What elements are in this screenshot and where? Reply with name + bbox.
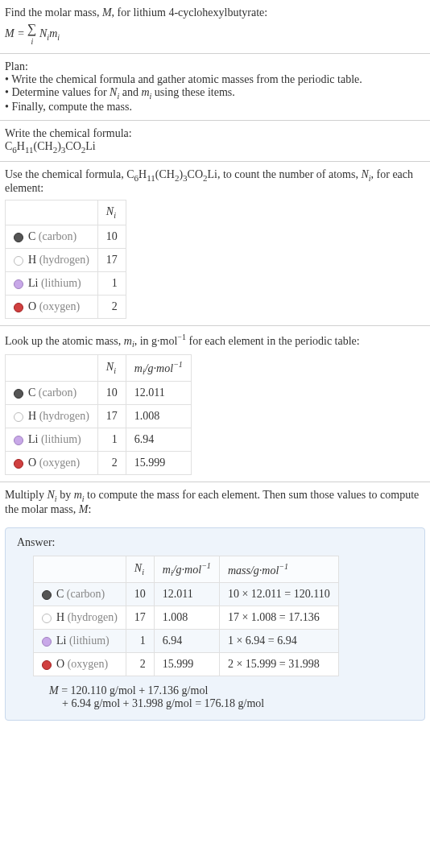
elem-name: (carbon): [39, 230, 76, 242]
elem-count: 1: [97, 272, 126, 296]
lookup-pre-m: m: [124, 335, 132, 347]
count-formula: C6H11(CH2)3CO2Li: [126, 168, 217, 180]
hdr-empty: [34, 556, 126, 582]
plan-section: Plan: • Write the chemical formula and g…: [0, 54, 430, 121]
plan-b2-and: and: [119, 86, 141, 98]
count-text: Use the chemical formula, C6H11(CH2)3CO2…: [5, 168, 425, 196]
elem-sym: Li: [28, 277, 38, 289]
mult-mm: M: [79, 503, 89, 515]
elem-mass: 6.94: [154, 630, 219, 653]
elem-name: (carbon): [67, 588, 105, 600]
elem-cell: Li (lithium): [6, 272, 98, 296]
intro-text: Find the molar mass,: [5, 6, 102, 19]
elem-name: (hydrogen): [68, 611, 118, 623]
table-header-row: Ni mi/g·mol−1: [6, 354, 192, 381]
hdr-empty: [6, 354, 98, 381]
elem-count: 10: [126, 583, 154, 606]
element-dot-icon: [42, 660, 52, 670]
answer-title: Answer:: [17, 536, 413, 549]
elem-mass: 12.011: [126, 382, 191, 405]
elem-count: 2: [97, 452, 126, 475]
count-post-a: , to count the number of atoms,: [217, 168, 361, 180]
final-calc-line-1: M = 120.110 g/mol + 17.136 g/mol: [49, 684, 413, 697]
plan-bullet-1: • Write the chemical formula and gather …: [5, 73, 425, 86]
chemical-formula: C6H11(CH2)3CO2Li: [5, 140, 425, 155]
hdr-n-sub: i: [114, 366, 116, 375]
elem-name: (lithium): [41, 277, 81, 289]
elem-cell: O (oxygen): [6, 296, 98, 319]
table-row: H (hydrogen) 17 1.008: [6, 405, 192, 428]
plan-bullet-3: • Finally, compute the mass.: [5, 101, 425, 114]
elem-count: 1: [126, 630, 154, 653]
sigma-icon: ∑: [27, 22, 36, 35]
elem-sym: Li: [28, 433, 38, 445]
multiply-text: Multiply Ni by mi to compute the mass fo…: [5, 489, 425, 516]
cf-s2: 11: [25, 145, 34, 155]
elem-count: 1: [97, 428, 126, 452]
hdr-n-sub: i: [114, 211, 116, 220]
hdr-m-var: m: [134, 362, 143, 374]
hdr-ni: Ni: [126, 556, 154, 582]
table-row: O (oxygen) 2 15.999: [6, 452, 192, 475]
table-row: C (carbon) 10: [6, 225, 126, 249]
table-row: O (oxygen) 2 15.999 2 × 15.999 = 31.998: [34, 653, 339, 676]
element-dot-icon: [14, 436, 23, 445]
elem-count: 2: [126, 653, 154, 676]
ccf-c6: Li: [208, 168, 217, 180]
elem-mass: 6.94: [126, 428, 191, 452]
elem-count: 10: [97, 225, 126, 249]
hdr-ni: Ni: [97, 200, 126, 225]
cf-c1: C: [5, 140, 12, 152]
elem-cell: H (hydrogen): [34, 606, 126, 630]
hdr-mass: mass/g·mol−1: [219, 556, 338, 582]
elem-sym: C: [56, 588, 64, 600]
elem-count: 17: [97, 249, 126, 272]
elem-name: (hydrogen): [39, 254, 89, 266]
elem-name: (hydrogen): [39, 410, 89, 422]
molar-mass-formula: M = ∑i Nimi: [5, 23, 425, 47]
write-formula-title: Write the chemical formula:: [5, 127, 425, 140]
table-header-row: Ni mi/g·mol−1 mass/g·mol−1: [34, 556, 339, 582]
elem-sym: Li: [56, 634, 66, 647]
elem-cell: H (hydrogen): [6, 249, 98, 272]
elem-mass: 1.008: [154, 606, 219, 630]
ccf-c1: C: [126, 168, 134, 180]
hdr-n-var: N: [134, 562, 142, 574]
cf-c2: H: [17, 140, 25, 152]
table-row: Li (lithium) 1 6.94: [6, 428, 192, 452]
table-row: Li (lithium) 1 6.94 1 × 6.94 = 6.94: [34, 630, 339, 653]
count-pre: Use the chemical formula,: [5, 168, 126, 180]
elem-count: 17: [126, 606, 154, 630]
elem-sym: C: [28, 386, 35, 399]
cf-c3: (CH: [34, 140, 53, 152]
cf-c5: CO: [65, 140, 81, 152]
hdr-empty: [6, 200, 98, 225]
lookup-pre-exp: −1: [177, 333, 186, 341]
elem-cell: C (carbon): [34, 583, 126, 606]
elem-cell: O (oxygen): [34, 653, 126, 676]
table-row: H (hydrogen) 17: [6, 249, 126, 272]
lookup-table: Ni mi/g·mol−1 C (carbon) 10 12.011 H (hy…: [5, 354, 192, 475]
elem-sym: O: [28, 457, 36, 469]
mult-a: Multiply: [5, 489, 48, 501]
element-dot-icon: [14, 279, 23, 289]
elem-count: 17: [97, 405, 126, 428]
lookup-pre-a: Look up the atomic mass,: [5, 335, 124, 347]
plan-b2-a: • Determine values for: [5, 86, 110, 98]
elem-sym: O: [28, 300, 36, 312]
elem-name: (oxygen): [39, 457, 81, 469]
elem-calc: 10 × 12.011 = 120.110: [219, 583, 338, 606]
hdr-mi: mi/g·mol−1: [154, 556, 219, 582]
plan-bullet-2: • Determine values for Ni and mi using t…: [5, 86, 425, 101]
elem-cell: Li (lithium): [6, 428, 98, 452]
count-post-n: N: [361, 168, 368, 180]
elem-name: (lithium): [41, 433, 81, 445]
plan-b2-m: m: [141, 86, 149, 98]
write-formula-section: Write the chemical formula: C6H11(CH2)3C…: [0, 121, 430, 162]
elem-sym: O: [56, 658, 64, 670]
hdr-n-sub: i: [142, 568, 144, 577]
elem-cell: Li (lithium): [34, 630, 126, 653]
formula-m-sub: i: [57, 33, 60, 42]
elem-calc: 2 × 15.999 = 31.998: [219, 653, 338, 676]
hdr-mass-text: mass/g·mol: [228, 564, 279, 576]
